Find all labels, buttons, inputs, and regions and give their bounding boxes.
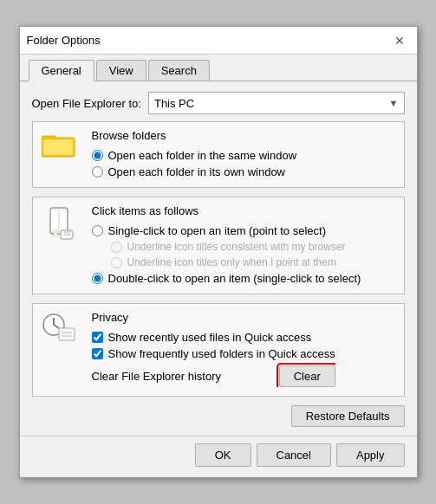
restore-defaults-row: Restore Defaults — [32, 405, 405, 427]
svg-rect-12 — [59, 328, 75, 340]
browse-folder-label-1: Open each folder in its own window — [108, 165, 286, 178]
click-item-radio-2[interactable] — [111, 257, 122, 268]
tab-view[interactable]: View — [96, 60, 146, 81]
privacy-check-label-1: Show frequently used folders in Quick ac… — [108, 347, 335, 360]
click-item-radio-3[interactable] — [92, 273, 103, 284]
open-file-explorer-row: Open File Explorer to: This PC ▼ — [32, 92, 405, 114]
browse-folder-option-1[interactable]: Open each folder in its own window — [92, 165, 297, 178]
folder-icon — [42, 131, 76, 161]
privacy-icon — [42, 313, 76, 346]
tab-search[interactable]: Search — [148, 60, 210, 81]
privacy-inner: Privacy Show recently used files in Quic… — [42, 311, 395, 387]
privacy-checkbox-1[interactable]: Show frequently used folders in Quick ac… — [92, 347, 335, 360]
privacy-content: Privacy Show recently used files in Quic… — [92, 311, 335, 387]
folder-options-window: Folder Options ✕ General View Search Ope… — [19, 26, 418, 478]
window-title: Folder Options — [27, 34, 101, 47]
browse-folders-options: Open each folder in the same window Open… — [92, 149, 297, 178]
titlebar: Folder Options ✕ — [20, 27, 417, 55]
browse-folders-title: Browse folders — [92, 129, 297, 142]
tab-general[interactable]: General — [29, 60, 94, 81]
dialog-footer: OK Cancel Apply — [20, 436, 417, 477]
click-item-radio-1[interactable] — [111, 242, 122, 253]
browse-folders-section: Browse folders Open each folder in the s… — [32, 121, 405, 188]
privacy-check-0[interactable] — [92, 332, 103, 343]
click-item-option-1: Underline icon titles consistent with my… — [111, 241, 361, 253]
browse-folder-radio-0[interactable] — [92, 150, 103, 161]
privacy-checkbox-0[interactable]: Show recently used files in Quick access — [92, 331, 335, 344]
clear-history-label: Clear File Explorer history — [92, 370, 222, 383]
click-items-title: Click items as follows — [92, 204, 361, 217]
click-items-section: Click items as follows Single-click to o… — [32, 197, 405, 294]
click-items-options: Single-click to open an item (point to s… — [92, 224, 361, 285]
svg-rect-1 — [42, 136, 55, 139]
ok-button[interactable]: OK — [195, 443, 251, 467]
privacy-check-label-0: Show recently used files in Quick access — [108, 331, 312, 344]
click-item-option-3[interactable]: Double-click to open an item (single-cli… — [92, 272, 361, 285]
open-file-explorer-label: Open File Explorer to: — [32, 97, 141, 110]
click-items-content: Click items as follows Single-click to o… — [92, 204, 361, 285]
clear-button[interactable]: Clear — [279, 365, 335, 387]
click-item-label-2: Underline icon titles only when I point … — [127, 256, 336, 268]
cancel-button[interactable]: Cancel — [257, 443, 331, 467]
browse-folder-label-0: Open each folder in the same window — [108, 149, 297, 162]
select-value: This PC — [154, 97, 194, 110]
clear-history-row: Clear File Explorer history Clear — [92, 365, 335, 387]
browse-folder-radio-1[interactable] — [92, 166, 103, 178]
click-item-option-0[interactable]: Single-click to open an item (point to s… — [92, 224, 361, 237]
privacy-title: Privacy — [92, 311, 335, 324]
tab-bar: General View Search — [20, 55, 417, 81]
close-button[interactable]: ✕ — [389, 33, 410, 48]
browse-folders-content: Browse folders Open each folder in the s… — [92, 129, 297, 178]
browse-folders-inner: Browse folders Open each folder in the s… — [42, 129, 395, 178]
apply-button[interactable]: Apply — [336, 443, 405, 467]
restore-defaults-button[interactable]: Restore Defaults — [291, 405, 405, 427]
open-file-explorer-select[interactable]: This PC ▼ — [148, 92, 405, 114]
svg-rect-2 — [43, 139, 73, 155]
click-icon — [42, 206, 76, 243]
click-item-label-3: Double-click to open an item (single-cli… — [108, 272, 361, 285]
browse-folder-option-0[interactable]: Open each folder in the same window — [92, 149, 297, 162]
content-area: Open File Explorer to: This PC ▼ Browse — [20, 81, 417, 436]
click-item-radio-0[interactable] — [92, 225, 103, 236]
privacy-section: Privacy Show recently used files in Quic… — [32, 303, 405, 397]
click-items-inner: Click items as follows Single-click to o… — [42, 204, 395, 285]
click-item-label-0: Single-click to open an item (point to s… — [108, 224, 326, 237]
privacy-check-1[interactable] — [92, 348, 103, 359]
click-item-option-2: Underline icon titles only when I point … — [111, 256, 361, 268]
select-arrow: ▼ — [389, 98, 399, 108]
click-item-label-1: Underline icon titles consistent with my… — [127, 241, 346, 253]
